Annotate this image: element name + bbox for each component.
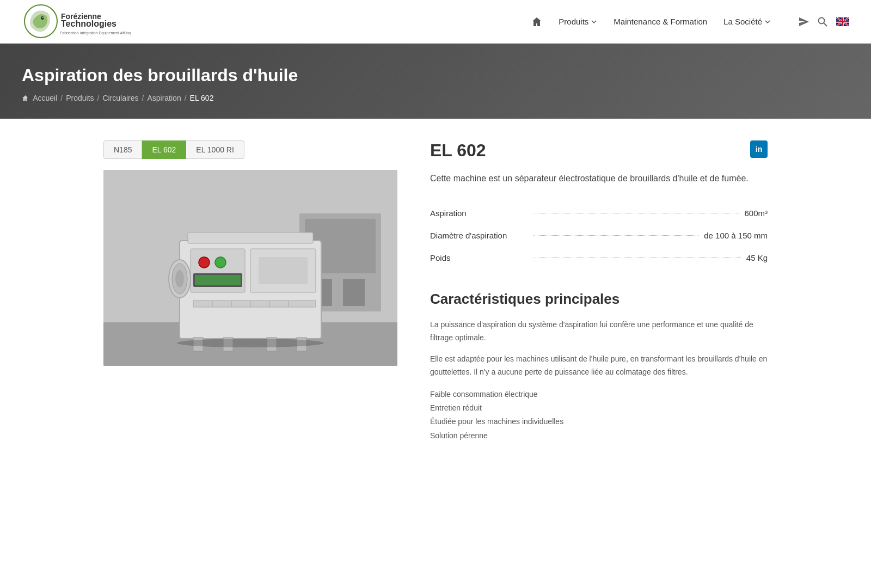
breadcrumb-sep: /: [97, 94, 100, 102]
main-content: N185 EL 602 EL 1000 RI: [82, 119, 789, 464]
linkedin-button[interactable]: in: [750, 140, 768, 158]
tab-el602[interactable]: EL 602: [142, 140, 186, 159]
product-illustration: [103, 170, 397, 366]
breadcrumb-home[interactable]: Accueil: [22, 94, 57, 102]
tab-el1000ri[interactable]: EL 1000 RI: [186, 140, 244, 159]
home-breadcrumb-icon: [22, 95, 29, 102]
char-paragraph-2: Elle est adaptée pour les machines utili…: [430, 353, 768, 379]
breadcrumb-sep: /: [142, 94, 144, 102]
chevron-down-icon: [591, 19, 597, 25]
spec-label: Poids: [430, 253, 528, 262]
char-list-item: Solution pérenne: [430, 429, 768, 443]
nav-icons: [798, 16, 849, 27]
svg-point-2: [41, 16, 44, 20]
char-paragraph-1: La puissance d'aspiration du système d'a…: [430, 318, 768, 345]
spec-dots: [533, 258, 741, 258]
logo-area: Forézienne Technologies Fabrication Inté…: [22, 4, 131, 39]
char-list-item: Étudiée pour les machines individuelles: [430, 415, 768, 428]
svg-rect-24: [343, 279, 365, 306]
nav-home[interactable]: [531, 16, 542, 27]
flag-uk-icon: [836, 17, 849, 26]
send-icon: [798, 16, 809, 27]
breadcrumb-sep: /: [60, 94, 63, 102]
tab-n185[interactable]: N185: [103, 140, 142, 159]
specs-table: Aspiration 600m³ Diamètre d'aspiration d…: [430, 202, 768, 269]
nav-maintenance[interactable]: Maintenance & Formation: [614, 17, 707, 26]
spec-dots: [533, 235, 698, 236]
svg-point-29: [215, 257, 226, 268]
spec-label: Diamètre d'aspiration: [430, 231, 528, 240]
nav-societe[interactable]: La Société: [723, 17, 771, 26]
svg-point-7: [819, 17, 825, 23]
breadcrumb-circulaires[interactable]: Circulaires: [102, 94, 138, 102]
product-tabs: N185 EL 602 EL 1000 RI: [103, 140, 397, 159]
spec-dots: [533, 213, 739, 213]
page-title: Aspiration des brouillards d'huile: [22, 65, 849, 85]
svg-text:Technologies: Technologies: [61, 19, 116, 28]
product-name: EL 602: [430, 140, 486, 161]
breadcrumb-current: EL 602: [190, 94, 214, 102]
search-button[interactable]: [817, 16, 828, 27]
spec-value: 600m³: [744, 209, 768, 218]
chevron-down-icon: [764, 19, 771, 25]
site-header: Forézienne Technologies Fabrication Inté…: [0, 0, 871, 44]
language-button[interactable]: [836, 17, 849, 26]
breadcrumb: Accueil / Produits / Circulaires / Aspir…: [22, 94, 849, 102]
svg-rect-37: [193, 301, 316, 307]
home-icon: [531, 16, 542, 27]
svg-rect-36: [259, 257, 308, 284]
spec-row-diametre: Diamètre d'aspiration de 100 à 150 mm: [430, 224, 768, 247]
char-list-item: Faible consommation électrique: [430, 388, 768, 401]
hero-banner: Aspiration des brouillards d'huile Accue…: [0, 44, 871, 119]
char-list: Faible consommation électrique Entretien…: [430, 388, 768, 443]
logo[interactable]: Forézienne Technologies Fabrication Inté…: [22, 4, 131, 39]
search-icon: [817, 16, 828, 27]
breadcrumb-aspiration[interactable]: Aspiration: [147, 94, 181, 102]
product-description: Cette machine est un séparateur électros…: [430, 171, 768, 186]
svg-point-28: [199, 257, 210, 268]
svg-point-34: [175, 270, 184, 287]
spec-row-aspiration: Aspiration 600m³: [430, 202, 768, 224]
svg-rect-26: [188, 232, 313, 243]
spec-row-poids: Poids 45 Kg: [430, 247, 768, 269]
send-button[interactable]: [798, 16, 809, 27]
main-nav: Produits Maintenance & Formation La Soci…: [531, 16, 849, 27]
char-list-item: Entretien réduit: [430, 401, 768, 415]
spec-label: Aspiration: [430, 209, 528, 218]
product-image: [103, 170, 397, 366]
characteristics-title: Caractéristiques principales: [430, 291, 768, 308]
svg-line-8: [824, 23, 827, 26]
linkedin-icon: in: [756, 145, 762, 154]
svg-text:Fabrication Intégration Equipe: Fabrication Intégration Equipement Affût…: [60, 31, 131, 35]
breadcrumb-sep: /: [185, 94, 187, 102]
svg-point-47: [177, 339, 324, 347]
spec-value: 45 Kg: [746, 253, 768, 262]
product-title-row: EL 602 in: [430, 140, 768, 161]
spec-value: de 100 à 150 mm: [704, 231, 768, 240]
breadcrumb-produits[interactable]: Produits: [66, 94, 94, 102]
svg-rect-31: [195, 275, 241, 285]
svg-point-3: [42, 17, 44, 18]
product-left-panel: N185 EL 602 EL 1000 RI: [103, 140, 397, 443]
nav-produits[interactable]: Produits: [559, 17, 597, 26]
product-right-panel: EL 602 in Cette machine est un séparateu…: [430, 140, 768, 443]
